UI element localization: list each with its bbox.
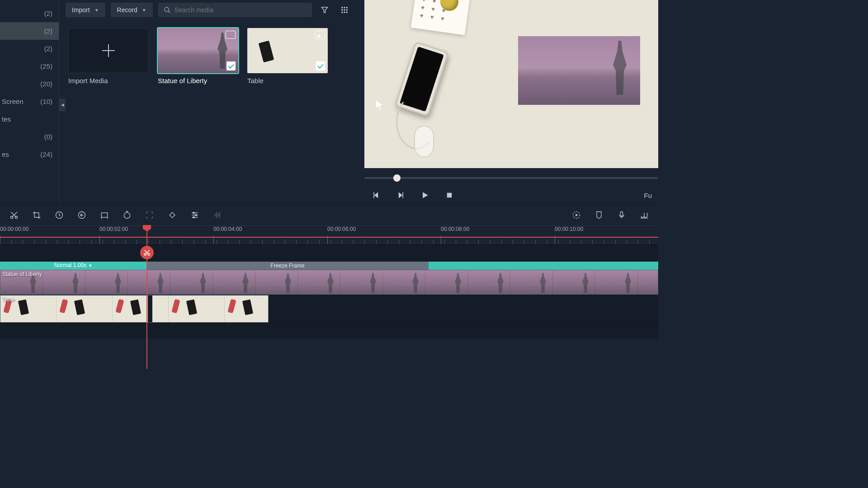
sidebar-item[interactable]: (2) — [0, 22, 59, 40]
sidebar-item[interactable]: (25) — [0, 57, 59, 75]
search-icon — [164, 6, 171, 14]
auto-reframe-icon[interactable] — [145, 210, 155, 220]
sidebar-item[interactable]: Screen(10) — [0, 93, 59, 110]
svg-point-36 — [193, 216, 194, 218]
svg-rect-11 — [346, 12, 347, 13]
cut-icon[interactable] — [9, 210, 19, 220]
render-preview-icon[interactable] — [571, 210, 581, 220]
svg-point-34 — [193, 212, 194, 213]
freeze-frame-icon[interactable] — [99, 210, 109, 220]
svg-marker-42 — [576, 213, 578, 216]
svg-marker-12 — [374, 192, 378, 198]
preview-scrubber[interactable] — [364, 173, 658, 183]
svg-rect-24 — [101, 213, 107, 217]
svg-marker-16 — [423, 192, 428, 198]
plus-icon — [102, 44, 115, 57]
svg-rect-8 — [346, 9, 347, 11]
timeline-playhead[interactable] — [146, 226, 147, 369]
filter-icon[interactable] — [317, 3, 332, 17]
record-button[interactable]: Record▼ — [111, 3, 153, 17]
video-track-1[interactable]: Statue of Liberty — [0, 270, 658, 295]
speed-ramp-track[interactable]: Normal 1.00x▼ Freeze Frame — [0, 262, 658, 270]
audio-adjust-icon[interactable] — [212, 210, 222, 220]
play-button[interactable] — [420, 190, 430, 201]
collapse-sidebar-handle[interactable]: ◀ — [59, 99, 66, 111]
svg-marker-2 — [321, 7, 328, 13]
video-badge-icon — [226, 31, 236, 39]
timeline: 00:00:00:00 00:00:02:00 00:00:04:00 00:0… — [0, 225, 658, 338]
cursor-icon — [376, 100, 382, 109]
clip-label: Table — [2, 296, 15, 303]
ruler-tick: 00:00:00:00 — [0, 226, 28, 232]
svg-rect-9 — [341, 12, 343, 13]
svg-point-0 — [165, 7, 169, 11]
check-icon — [226, 61, 236, 70]
ruler-tick: 00:00:08:00 — [441, 226, 469, 232]
search-input-wrap[interactable] — [158, 3, 312, 17]
media-label: Table — [247, 77, 328, 84]
ruler-tick: 00:00:10:00 — [555, 226, 583, 232]
voiceover-icon[interactable] — [617, 210, 627, 220]
timeline-clip[interactable]: Table — [0, 295, 269, 323]
speed-icon[interactable] — [54, 210, 64, 220]
search-input[interactable] — [175, 6, 307, 14]
svg-rect-10 — [344, 12, 345, 13]
svg-rect-5 — [346, 7, 347, 8]
preview-pip-overlay[interactable] — [518, 36, 640, 105]
video-track-2[interactable]: Table — [0, 295, 658, 323]
playhead-split-button[interactable] — [140, 246, 154, 259]
media-panel: Import▼ Record▼ ◀ Import Media Statue of… — [59, 0, 364, 204]
sidebar-item[interactable]: (2) — [0, 40, 59, 57]
sidebar-item[interactable]: (0) — [0, 128, 59, 145]
audio-mixer-icon[interactable] — [639, 210, 649, 220]
svg-rect-30 — [170, 212, 175, 218]
speed-segment-freeze[interactable]: Freeze Frame — [146, 262, 429, 270]
svg-rect-4 — [344, 7, 345, 8]
sidebar-item[interactable]: (20) — [0, 75, 59, 93]
keyframe-icon[interactable] — [167, 210, 177, 220]
empty-track[interactable] — [0, 323, 658, 338]
timeline-toolbar — [0, 204, 658, 225]
svg-point-27 — [124, 212, 130, 218]
sidebar-item[interactable]: (2) — [0, 5, 59, 22]
step-back-button[interactable] — [371, 190, 382, 201]
media-label: Statue of Liberty — [158, 77, 238, 84]
sidebar-item[interactable]: es(24) — [0, 145, 59, 163]
media-label: Import Media — [68, 77, 149, 84]
preview-canvas[interactable] — [364, 0, 658, 168]
speed-segment[interactable] — [429, 262, 658, 270]
svg-marker-14 — [399, 192, 402, 198]
marker-icon[interactable] — [594, 210, 604, 220]
image-badge-icon — [315, 31, 325, 39]
timeline-clip[interactable]: Statue of Liberty — [0, 270, 658, 295]
svg-point-35 — [195, 214, 197, 216]
svg-rect-15 — [402, 192, 403, 198]
reverse-icon[interactable] — [77, 210, 87, 220]
check-icon — [316, 61, 325, 70]
crop-icon[interactable] — [32, 210, 42, 220]
svg-rect-17 — [447, 193, 452, 198]
scrubber-handle[interactable] — [393, 174, 401, 182]
ruler-tick: 00:00:04:00 — [213, 226, 242, 232]
fullscreen-label[interactable]: Fu — [644, 192, 652, 199]
timeline-ruler[interactable]: 00:00:00:00 00:00:02:00 00:00:04:00 00:0… — [0, 225, 658, 244]
stop-button[interactable] — [444, 190, 455, 201]
svg-rect-3 — [341, 7, 343, 8]
chevron-down-icon: ▼ — [94, 8, 99, 13]
step-forward-button[interactable] — [395, 190, 406, 201]
media-tile[interactable]: Table — [247, 28, 328, 84]
media-tile-import[interactable]: Import Media — [68, 28, 149, 84]
svg-rect-7 — [344, 9, 345, 11]
adjust-icon[interactable] — [190, 210, 200, 220]
import-button[interactable]: Import▼ — [66, 3, 105, 17]
svg-rect-13 — [373, 192, 374, 198]
ruler-tick: 00:00:02:00 — [99, 226, 128, 232]
grid-view-icon[interactable] — [337, 3, 352, 17]
duration-icon[interactable] — [122, 210, 132, 220]
preview-asset-tag — [414, 126, 434, 157]
chevron-down-icon: ▼ — [88, 263, 92, 268]
sidebar-item[interactable]: tes — [0, 110, 59, 128]
media-tile[interactable]: Statue of Liberty — [158, 28, 238, 84]
speed-segment-label[interactable]: Normal 1.00x▼ — [54, 262, 92, 268]
svg-rect-6 — [341, 9, 343, 11]
